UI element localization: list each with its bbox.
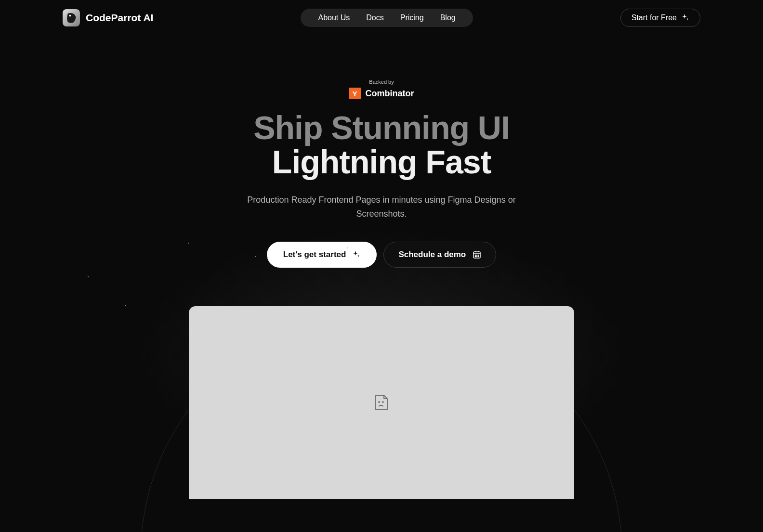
yc-row: Y Combinator: [349, 88, 414, 99]
nav-docs[interactable]: Docs: [366, 13, 383, 22]
hero-title: Ship Stunning UI Lightning Fast: [253, 111, 510, 180]
svg-point-10: [478, 257, 479, 257]
nav-pricing[interactable]: Pricing: [400, 13, 424, 22]
star-decoration: [188, 243, 189, 244]
nav-blog[interactable]: Blog: [440, 13, 456, 22]
demo-preview-box: [189, 306, 574, 499]
star-decoration: [267, 257, 268, 258]
start-free-button[interactable]: Start for Free: [620, 9, 700, 27]
svg-point-7: [478, 255, 479, 256]
broken-image-icon: [374, 394, 389, 411]
button-row: Let's get started Schedule a demo: [267, 242, 496, 268]
sparkle-icon: [353, 251, 360, 259]
svg-point-8: [475, 257, 476, 257]
svg-point-12: [382, 402, 383, 402]
brand-name: CodeParrot AI: [86, 12, 153, 24]
yc-logo-box: Y: [349, 88, 361, 99]
yc-name: Combinator: [366, 89, 414, 99]
svg-point-6: [477, 255, 477, 256]
get-started-button[interactable]: Let's get started: [267, 242, 377, 268]
primary-btn-label: Let's get started: [283, 250, 346, 260]
sparkle-icon: [682, 14, 689, 22]
hero-title-line2: Lightning Fast: [253, 145, 510, 179]
secondary-btn-label: Schedule a demo: [398, 250, 466, 260]
hero-subtitle: Production Ready Frontend Pages in minut…: [237, 193, 526, 221]
nav-about-us[interactable]: About Us: [318, 13, 350, 22]
backed-by-section: Backed by Y Combinator: [349, 79, 414, 99]
page-header: CodeParrot AI About Us Docs Pricing Blog…: [0, 0, 763, 36]
calendar-icon: [473, 250, 481, 259]
yc-letter: Y: [352, 90, 357, 98]
hero-section: Backed by Y Combinator Ship Stunning UI …: [0, 36, 763, 499]
svg-point-9: [477, 257, 477, 257]
backed-by-label: Backed by: [369, 79, 394, 85]
svg-point-11: [379, 402, 380, 402]
cta-label: Start for Free: [631, 13, 677, 22]
star-decoration: [88, 276, 89, 277]
nav-pill: About Us Docs Pricing Blog: [301, 9, 473, 27]
logo-icon: [63, 9, 80, 26]
logo-section[interactable]: CodeParrot AI: [63, 9, 153, 26]
svg-point-0: [69, 15, 71, 17]
star-decoration: [255, 256, 256, 257]
star-decoration: [125, 305, 126, 306]
svg-point-5: [475, 255, 476, 256]
star-decoration: [347, 247, 348, 248]
hero-title-line1: Ship Stunning UI: [253, 111, 510, 145]
schedule-demo-button[interactable]: Schedule a demo: [383, 242, 496, 268]
